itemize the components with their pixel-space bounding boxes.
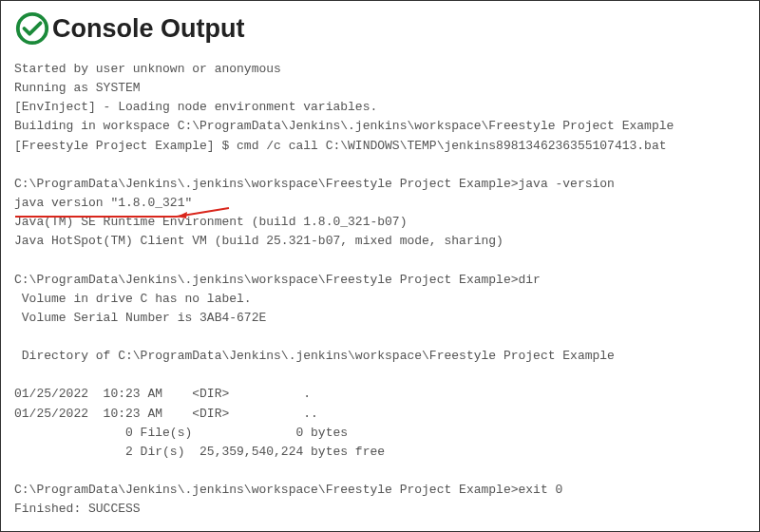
success-check-icon <box>14 10 50 47</box>
page-title: Console Output <box>52 14 244 44</box>
console-output: Started by user unknown or anonymous Run… <box>14 60 746 519</box>
svg-point-0 <box>18 14 47 43</box>
console-header: Console Output <box>14 10 746 47</box>
